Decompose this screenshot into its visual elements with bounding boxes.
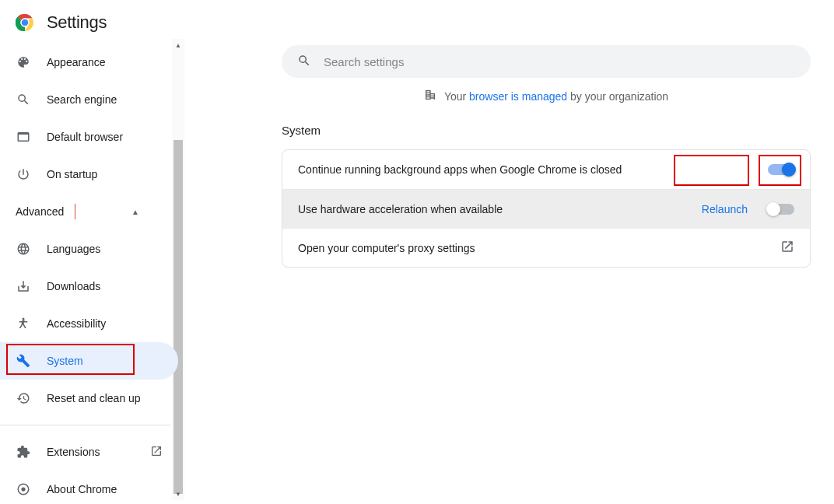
sidebar-item-label: About Chrome bbox=[47, 483, 117, 495]
svg-point-5 bbox=[21, 487, 25, 491]
search-icon bbox=[16, 93, 31, 107]
toggle-background-apps[interactable] bbox=[768, 164, 794, 175]
page-title: Settings bbox=[47, 12, 107, 33]
restore-icon bbox=[16, 391, 31, 405]
accessibility-icon bbox=[16, 317, 31, 331]
sidebar-item-label: Appearance bbox=[47, 56, 106, 68]
managed-prefix: Your bbox=[444, 90, 469, 103]
setting-label: Open your computer's proxy settings bbox=[298, 242, 780, 254]
setting-label: Continue running background apps when Go… bbox=[298, 163, 768, 176]
chevron-up-icon: ▲ bbox=[131, 208, 139, 216]
managed-suffix: by your organization bbox=[567, 90, 668, 103]
sidebar-item-label: System bbox=[47, 355, 83, 367]
browser-icon bbox=[16, 130, 31, 144]
scrollbar-thumb[interactable] bbox=[173, 140, 183, 494]
external-link-icon bbox=[780, 240, 794, 256]
relaunch-button[interactable]: Relaunch bbox=[691, 197, 759, 222]
setting-row-hardware-accel[interactable]: Use hardware acceleration when available… bbox=[282, 189, 810, 228]
external-link-icon bbox=[150, 445, 163, 460]
sidebar-item-label: Downloads bbox=[47, 280, 100, 292]
setting-label: Use hardware acceleration when available bbox=[298, 203, 691, 215]
sidebar-advanced-label: Advanced bbox=[16, 205, 64, 218]
sidebar: ▲ ▼ Appearance Search engine De bbox=[0, 39, 184, 500]
sidebar-item-default-browser[interactable]: Default browser bbox=[0, 118, 178, 156]
setting-row-proxy[interactable]: Open your computer's proxy settings bbox=[282, 228, 810, 267]
sidebar-item-search-engine[interactable]: Search engine bbox=[0, 81, 178, 118]
main-content: Your browser is managed by your organiza… bbox=[184, 39, 834, 500]
globe-icon bbox=[16, 242, 31, 256]
power-icon bbox=[16, 167, 31, 181]
sidebar-item-on-startup[interactable]: On startup bbox=[0, 156, 178, 193]
wrench-icon bbox=[16, 354, 31, 368]
sidebar-item-about-chrome[interactable]: About Chrome bbox=[0, 471, 178, 504]
header: Settings bbox=[0, 0, 834, 39]
search-icon bbox=[297, 54, 311, 70]
search-bar[interactable] bbox=[282, 45, 811, 78]
sidebar-item-accessibility[interactable]: Accessibility bbox=[0, 305, 178, 342]
managed-link[interactable]: browser is managed bbox=[469, 90, 567, 103]
sidebar-item-label: Languages bbox=[47, 243, 100, 255]
sidebar-item-label: Reset and clean up bbox=[47, 392, 141, 404]
toggle-hardware-accel[interactable] bbox=[768, 204, 794, 215]
sidebar-item-system[interactable]: System bbox=[0, 342, 178, 380]
sidebar-item-appearance[interactable]: Appearance bbox=[0, 44, 178, 81]
settings-card: Continue running background apps when Go… bbox=[282, 149, 811, 268]
sidebar-item-label: Default browser bbox=[47, 131, 123, 143]
sidebar-item-reset[interactable]: Reset and clean up bbox=[0, 380, 178, 417]
chrome-logo-icon bbox=[16, 13, 34, 32]
sidebar-item-languages[interactable]: Languages bbox=[0, 230, 178, 268]
scrollbar-track[interactable]: ▲ ▼ bbox=[172, 39, 184, 500]
extension-icon bbox=[16, 445, 31, 459]
building-icon bbox=[424, 89, 436, 103]
managed-banner: Your browser is managed by your organiza… bbox=[282, 89, 811, 103]
sidebar-item-downloads[interactable]: Downloads bbox=[0, 268, 178, 305]
scroll-down-arrow-icon[interactable]: ▼ bbox=[173, 489, 183, 499]
advanced-marker bbox=[75, 204, 75, 219]
svg-point-3 bbox=[23, 318, 25, 320]
sidebar-item-label: Accessibility bbox=[47, 317, 106, 330]
sidebar-divider bbox=[0, 425, 171, 425]
sidebar-item-label: On startup bbox=[47, 168, 97, 180]
sidebar-advanced-toggle[interactable]: Advanced ▲ bbox=[0, 193, 178, 230]
setting-row-background-apps[interactable]: Continue running background apps when Go… bbox=[282, 150, 810, 189]
search-input[interactable] bbox=[324, 55, 795, 68]
sidebar-item-label: Search engine bbox=[47, 93, 117, 106]
sidebar-item-extensions[interactable]: Extensions bbox=[0, 433, 178, 471]
scroll-up-arrow-icon[interactable]: ▲ bbox=[173, 40, 183, 50]
chrome-icon bbox=[16, 482, 31, 496]
section-title: System bbox=[282, 124, 811, 137]
palette-icon bbox=[16, 55, 31, 69]
download-icon bbox=[16, 279, 31, 293]
sidebar-item-label: Extensions bbox=[47, 446, 100, 458]
